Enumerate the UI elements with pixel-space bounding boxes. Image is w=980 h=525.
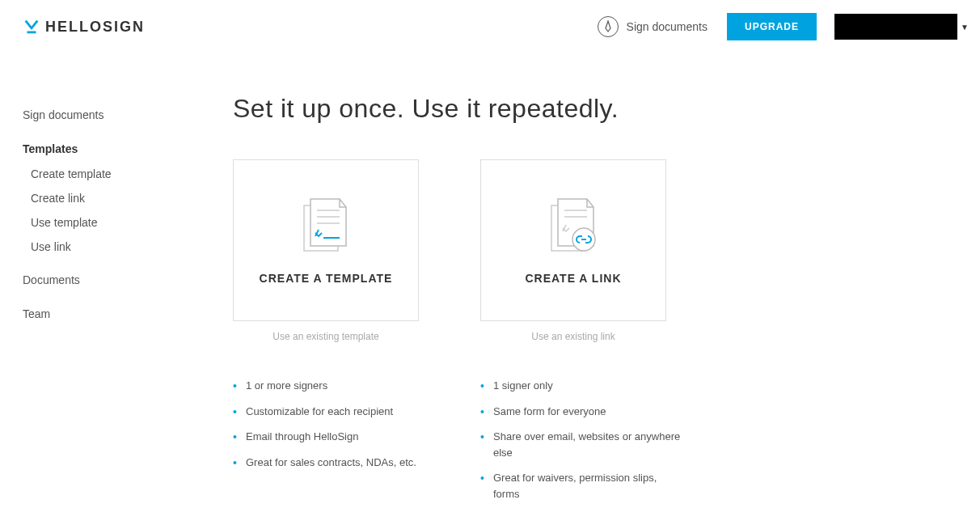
create-template-title: CREATE A TEMPLATE	[260, 272, 393, 285]
header: HELLOSIGN Sign documents UPGRADE ▼	[0, 0, 980, 53]
create-link-card[interactable]: CREATE A LINK	[480, 159, 666, 321]
page-title: Set it up once. Use it repeatedly.	[233, 94, 957, 124]
list-item: Great for sales contracts, NDAs, etc.	[233, 455, 435, 471]
document-template-icon	[301, 196, 351, 256]
sidebar: Sign documents Templates Create template…	[23, 53, 209, 525]
use-existing-template-link[interactable]: Use an existing template	[233, 331, 419, 342]
logo-mark-icon	[23, 18, 40, 36]
header-sign-documents[interactable]: Sign documents	[598, 16, 708, 37]
create-link-title: CREATE A LINK	[525, 272, 621, 285]
use-existing-link-link[interactable]: Use an existing link	[480, 331, 666, 342]
list-item: 1 or more signers	[233, 378, 435, 394]
list-item: Email through HelloSign	[233, 429, 435, 445]
chevron-down-icon: ▼	[961, 23, 969, 32]
sidebar-item-team[interactable]: Team	[23, 301, 209, 327]
template-features-list: 1 or more signers Customizable for each …	[233, 378, 435, 470]
list-item: Same form for everyone	[480, 404, 682, 420]
sidebar-item-use-template[interactable]: Use template	[31, 210, 209, 235]
pen-icon	[598, 16, 619, 37]
list-item: 1 signer only	[480, 378, 682, 394]
logo[interactable]: HELLOSIGN	[23, 18, 145, 36]
list-item: Great for waivers, permission slips, for…	[480, 470, 682, 502]
list-item: Share over email, websites or anywhere e…	[480, 429, 682, 460]
account-menu[interactable]: ▼	[834, 14, 957, 40]
sidebar-item-documents[interactable]: Documents	[23, 267, 209, 293]
sidebar-item-templates[interactable]: Templates	[23, 136, 209, 162]
sidebar-item-create-template[interactable]: Create template	[31, 162, 209, 186]
logo-text: HELLOSIGN	[45, 19, 145, 36]
document-link-icon	[548, 196, 598, 256]
main-content: Set it up once. Use it repeatedly.	[209, 53, 957, 525]
svg-rect-0	[27, 32, 36, 34]
create-template-card[interactable]: CREATE A TEMPLATE	[233, 159, 419, 321]
link-features-list: 1 signer only Same form for everyone Sha…	[480, 378, 682, 502]
upgrade-button[interactable]: UPGRADE	[727, 13, 817, 40]
header-sign-documents-label: Sign documents	[627, 20, 708, 33]
list-item: Customizable for each recipient	[233, 404, 435, 420]
sidebar-item-use-link[interactable]: Use link	[31, 235, 209, 259]
sidebar-item-sign-documents[interactable]: Sign documents	[23, 102, 209, 128]
sidebar-item-create-link[interactable]: Create link	[31, 186, 209, 210]
